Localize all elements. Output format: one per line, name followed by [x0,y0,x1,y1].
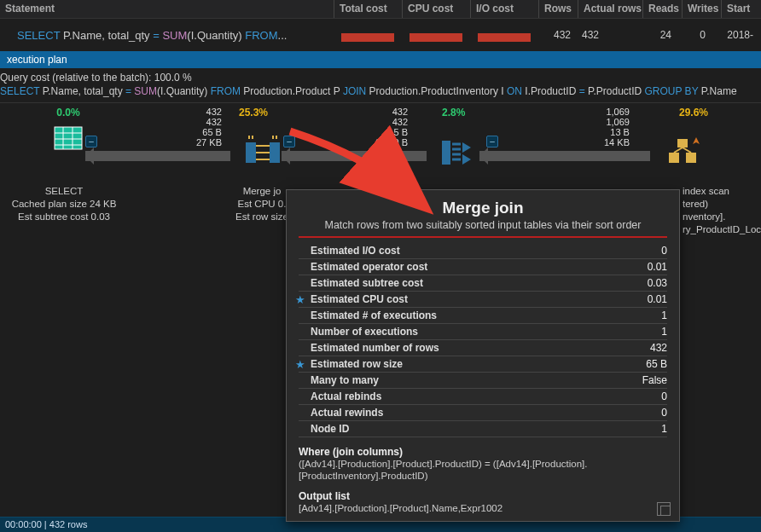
col-writes[interactable]: Writes [683,0,722,18]
svg-rect-0 [55,127,82,149]
svg-rect-8 [442,141,450,165]
tooltip-metric-row: Estimated operator cost0.01 [299,259,667,275]
tooltip-output-header: Output list [299,490,667,502]
flow-arrow [282,151,427,161]
node-cost-pct: 0.0% [0,107,137,119]
svg-rect-7 [270,142,280,163]
stream-aggregate-icon [442,137,479,168]
node-tooltip: Merge join Match rows from two suitably … [286,189,680,522]
tooltip-metric-row: Estimated subtree cost0.03 [299,275,667,292]
stat-data-size: 27 KB [196,137,222,147]
col-io-cost[interactable]: I/O cost [471,0,539,18]
tooltip-metric-row: Node ID1 [299,421,667,437]
merge-join-icon [244,136,282,170]
plan-node-merge-join[interactable]: 432 432 65 B 27 KB 25.3% [181,107,317,147]
col-total-cost[interactable]: Total cost [334,0,403,18]
index-scan-icon [665,136,700,170]
tooltip-metric-label: Estimated row size [299,358,403,370]
start-cell: 2018- [712,26,759,43]
copy-icon[interactable] [657,502,671,516]
tooltip-metric-label: Actual rebinds [299,390,381,402]
select-node-label: SELECT Cached plan size 24 KB Est subtre… [0,185,137,223]
tooltip-metric-value: False [642,374,667,386]
col-cpu-cost[interactable]: CPU cost [403,0,471,18]
tooltip-metric-label: Estimated number of rows [299,342,439,354]
reads-cell: 24 [624,26,677,43]
select-node-icon [51,122,85,154]
tooltip-metric-row: ★Estimated CPU cost0.01 [299,292,667,308]
tooltip-metric-row: Estimated I/O cost0 [299,243,667,259]
results-header: Statement Total cost CPU cost I/O cost R… [0,0,761,19]
node-cost-pct: 2.8% [442,107,465,119]
query-cost-label: Query cost (relative to the batch): 100.… [0,68,761,85]
writes-cell: 0 [677,26,712,43]
tooltip-metric-label: Estimated subtree cost [299,277,423,289]
stat-est-rows: 432 [196,107,222,117]
tooltip-output-body: [Adv14].[Production].[Product].Name,Expr… [299,502,667,514]
tooltip-metric-label: Estimated I/O cost [299,245,400,257]
col-actual-rows[interactable]: Actual rows [578,0,643,18]
tooltip-metric-label: Node ID [299,423,349,435]
col-rows[interactable]: Rows [539,0,578,18]
plan-node-aggregate[interactable]: 432 432 15 B 6,480 B 2.8% [357,107,493,147]
tooltip-metric-value: 1 [661,309,667,321]
tooltip-metric-row: Estimated number of rows432 [299,340,667,356]
col-reads[interactable]: Reads [643,0,683,18]
tooltip-metric-value: 0 [661,390,667,402]
tooltip-metric-label: Estimated CPU cost [299,293,408,305]
tooltip-where-body: ([Adv14].[Production].[Product].ProductI… [299,458,667,482]
plan-node-select[interactable]: 0.0% [0,107,137,154]
tooltip-metric-label: Many to many [299,374,379,386]
collapse-toggle[interactable]: – [85,136,97,147]
tooltip-metric-value: 1 [661,423,667,435]
rows-cell: 432 [537,26,577,43]
cpu-cost-bar [410,28,469,42]
table-row[interactable]: SELECT P.Name, total_qty = SUM(I.Quantit… [0,19,761,51]
index-scan-label: index scan tered) nventory]. ry_ProductI… [683,185,761,239]
tooltip-metric-label: Number of executions [299,326,418,338]
col-statement[interactable]: Statement [0,0,334,18]
tooltip-title: Merge join [299,199,667,217]
svg-rect-10 [686,153,696,163]
plan-sql: SELECT P.Name, total_qty = SUM(I.Quantit… [0,85,761,102]
tooltip-metric-row: Estimated # of executions1 [299,308,667,324]
tooltip-metric-row: Actual rewinds0 [299,405,667,421]
tooltip-metric-value: 0 [661,407,667,419]
star-icon: ★ [295,358,305,371]
actual-rows-cell: 432 [577,26,624,43]
plan-node-index-scan[interactable]: 1,069 1,069 13 B 14 KB 29.6% [580,107,759,147]
tooltip-metric-label: Estimated operator cost [299,261,427,273]
tab-execution-plan[interactable]: xecution plan [0,51,761,68]
tooltip-metric-row: Number of executions1 [299,324,667,340]
tooltip-metric-value: 0.01 [648,261,667,273]
svg-rect-11 [677,139,688,147]
sql-statement: SELECT P.Name, total_qty = SUM(I.Quantit… [17,29,334,42]
collapse-toggle[interactable]: – [486,136,498,147]
svg-rect-9 [669,153,679,163]
io-cost-bar [478,28,537,42]
collapse-toggle[interactable]: – [283,136,295,147]
stat-act-rows: 432 [196,117,222,127]
tooltip-metric-row: Actual rebinds0 [299,389,667,405]
tooltip-metric-value: 0.01 [648,293,667,305]
tooltip-metric-label: Estimated # of executions [299,309,437,321]
tooltip-metric-row: ★Estimated row size65 B [299,356,667,373]
tooltip-metric-value: 65 B [646,358,667,370]
tooltip-subtitle: Match rows from two suitably sorted inpu… [299,217,667,238]
star-icon: ★ [295,293,305,306]
tooltip-metric-row: Many to manyFalse [299,373,667,389]
col-start[interactable]: Start [722,0,759,18]
tooltip-metric-value: 0 [661,245,667,257]
svg-rect-6 [246,142,256,163]
tooltip-metric-value: 1 [661,326,667,338]
tooltip-metric-label: Actual rewinds [299,407,383,419]
tooltip-where-header: Where (join columns) [299,446,667,458]
flow-arrow [479,151,650,161]
tooltip-metric-value: 432 [650,342,667,354]
stat-row-size: 65 B [196,127,222,137]
tooltip-metric-value: 0.03 [648,277,667,289]
total-cost-bar [341,28,401,42]
